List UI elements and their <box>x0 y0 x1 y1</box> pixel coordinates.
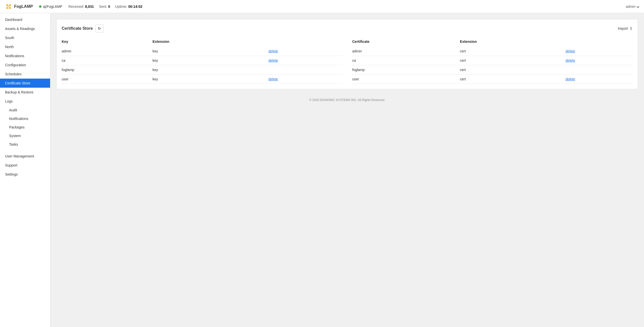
header-stats: Received: 8,031 Sent: 0 Uptime: 00:14:02 <box>68 5 142 9</box>
sidebar-item-logs[interactable]: Logs <box>0 97 50 106</box>
sidebar-item-south[interactable]: South <box>0 33 50 42</box>
logo-icon <box>5 3 12 10</box>
key-delete-cell[interactable]: delete <box>268 47 342 56</box>
key-name: user <box>62 75 153 84</box>
refresh-button[interactable]: ↻ <box>95 24 103 32</box>
sidebar-item-schedules[interactable]: Schedules <box>0 70 50 79</box>
cert-delete-cell <box>565 65 633 75</box>
logo-text: FogLAMP <box>14 4 33 9</box>
sidebar-item-assets-readings[interactable]: Assets & Readings <box>0 24 50 33</box>
footer-text: © 2020 DIANOMIC SYSTEMS INC. All Rights … <box>309 98 385 102</box>
table-row: foglamp key <box>62 65 342 75</box>
certs-col-cert: Certificate <box>352 38 460 47</box>
sidebar: Dashboard Assets & Readings South North … <box>0 13 50 327</box>
cert-ext: cert <box>460 56 566 65</box>
cert-ext: cert <box>460 47 566 56</box>
cert-name: user <box>352 75 460 84</box>
received-stat: Received: 8,031 <box>68 5 94 9</box>
table-row: admin cert delete <box>352 47 633 56</box>
certs-col-action <box>565 38 633 47</box>
status-indicator <box>39 5 42 8</box>
sidebar-item-settings[interactable]: Settings <box>0 170 50 179</box>
import-label: Import <box>618 26 628 30</box>
keys-col-key: Key <box>62 38 153 47</box>
delete-cert-link[interactable]: delete <box>565 58 575 62</box>
delete-cert-link[interactable]: delete <box>565 77 575 81</box>
key-delete-cell[interactable]: delete <box>268 75 342 84</box>
footer: © 2020 DIANOMIC SYSTEMS INC. All Rights … <box>56 94 638 106</box>
table-row: ca cert delete <box>352 56 633 65</box>
table-row: user cert delete <box>352 75 633 84</box>
key-delete-cell <box>268 65 342 75</box>
table-row: ca key delete <box>62 56 342 65</box>
certificate-store-card: Certificate Store ↻ Import ⇧ Key E <box>56 19 638 89</box>
cert-ext: cert <box>460 75 566 84</box>
import-icon: ⇧ <box>629 26 633 31</box>
cert-ext: cert <box>460 65 566 75</box>
uptime-stat: Uptime: 00:14:02 <box>115 5 142 9</box>
cert-name: foglamp <box>352 65 460 75</box>
sidebar-item-tasks[interactable]: Tasks <box>0 140 50 149</box>
uptime-value: 00:14:02 <box>128 5 142 9</box>
table-row: foglamp cert <box>352 65 633 75</box>
cert-name: admin <box>352 47 460 56</box>
delete-key-link[interactable]: delete <box>268 58 278 62</box>
keys-table: Key Extension admin key delete ca key de… <box>62 38 342 84</box>
card-header: Certificate Store ↻ Import ⇧ <box>62 24 633 32</box>
sidebar-item-north[interactable]: North <box>0 42 50 51</box>
delete-key-link[interactable]: delete <box>268 49 278 53</box>
table-row: admin key delete <box>62 47 342 56</box>
main-content: Certificate Store ↻ Import ⇧ Key E <box>50 13 644 327</box>
key-name: ca <box>62 56 153 65</box>
sidebar-item-notifications-log[interactable]: Notifications <box>0 114 50 123</box>
instance-name: aj/FogLAMP <box>43 5 62 9</box>
sent-value: 0 <box>108 5 110 9</box>
chevron-down-icon <box>636 5 639 8</box>
key-delete-cell[interactable]: delete <box>268 56 342 65</box>
cert-delete-cell[interactable]: delete <box>565 47 633 56</box>
sidebar-item-dashboard[interactable]: Dashboard <box>0 15 50 24</box>
sidebar-item-backup-restore[interactable]: Backup & Restore <box>0 88 50 97</box>
key-ext: key <box>153 75 269 84</box>
cert-delete-cell[interactable]: delete <box>565 75 633 84</box>
sidebar-item-notifications[interactable]: Notifications <box>0 51 50 60</box>
sidebar-item-certificate-store[interactable]: Certificate Store <box>0 79 50 88</box>
instance-info: aj/FogLAMP <box>39 5 62 9</box>
delete-key-link[interactable]: delete <box>268 77 278 81</box>
cert-name: ca <box>352 56 460 65</box>
admin-menu[interactable]: admin <box>626 5 639 9</box>
card-title: Certificate Store <box>62 26 93 31</box>
sidebar-item-user-management[interactable]: User Management <box>0 152 50 161</box>
import-button[interactable]: Import ⇧ <box>618 26 633 31</box>
sidebar-item-packages[interactable]: Packages <box>0 123 50 132</box>
table-row: user key delete <box>62 75 342 84</box>
key-name: foglamp <box>62 65 153 75</box>
key-ext: key <box>153 47 269 56</box>
cert-delete-cell[interactable]: delete <box>565 56 633 65</box>
admin-label: admin <box>626 5 635 9</box>
refresh-icon: ↻ <box>98 26 101 30</box>
key-name: admin <box>62 47 153 56</box>
sidebar-item-configuration[interactable]: Configuration <box>0 60 50 70</box>
certs-table: Certificate Extension admin cert delete … <box>352 38 633 84</box>
card-title-row: Certificate Store ↻ <box>62 24 103 32</box>
sidebar-item-support[interactable]: Support <box>0 161 50 170</box>
sidebar-item-system[interactable]: System <box>0 132 50 140</box>
sent-stat: Sent: 0 <box>99 5 110 9</box>
keys-col-ext: Extension <box>153 38 269 47</box>
certs-col-ext: Extension <box>460 38 566 47</box>
delete-cert-link[interactable]: delete <box>565 49 575 53</box>
sidebar-item-audit[interactable]: Audit <box>0 106 50 114</box>
key-ext: key <box>153 65 269 75</box>
logo: FogLAMP <box>5 3 33 10</box>
received-value: 8,031 <box>85 5 94 9</box>
keys-col-action <box>268 38 342 47</box>
key-ext: key <box>153 56 269 65</box>
svg-point-4 <box>8 6 9 7</box>
tables-row: Key Extension admin key delete ca key de… <box>62 38 633 84</box>
